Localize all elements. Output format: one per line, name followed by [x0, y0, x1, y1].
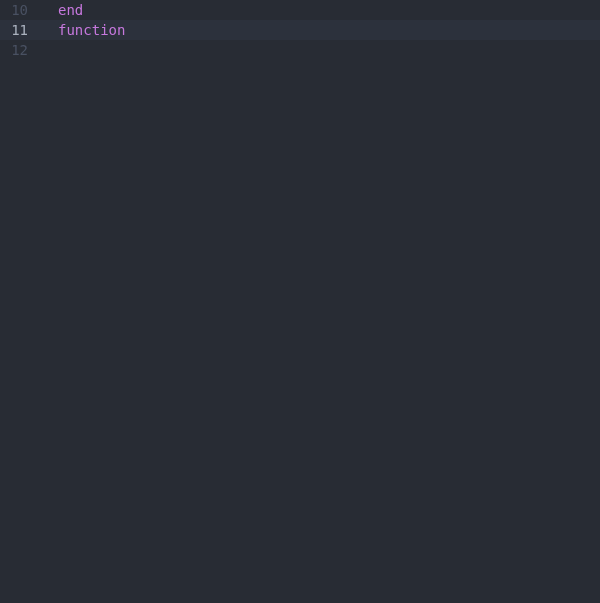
- code-content[interactable]: end: [40, 0, 600, 20]
- code-line-current[interactable]: 11 function: [0, 20, 600, 40]
- code-content[interactable]: function: [40, 20, 600, 40]
- code-editor[interactable]: 10 end 11 function 12: [0, 0, 600, 603]
- line-number: 12: [0, 40, 40, 60]
- keyword-token: function: [58, 22, 125, 38]
- code-line[interactable]: 12: [0, 40, 600, 60]
- keyword-token: end: [58, 2, 83, 18]
- code-content[interactable]: [40, 40, 600, 60]
- code-line[interactable]: 10 end: [0, 0, 600, 20]
- line-number: 10: [0, 0, 40, 20]
- line-number: 11: [0, 20, 40, 40]
